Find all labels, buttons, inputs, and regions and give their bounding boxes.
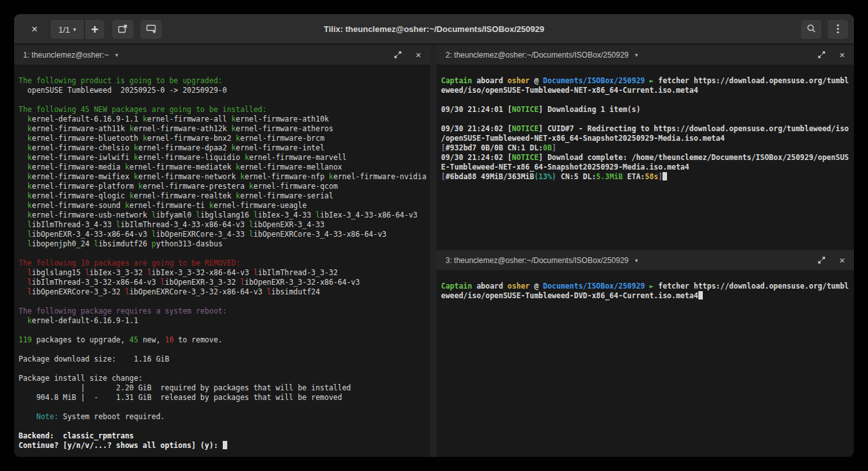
terminal-line: /openSUSE-Tumbleweed-NET-x86_64-Snapshot… xyxy=(441,134,854,143)
chevron-down-icon: ▾ xyxy=(73,26,76,33)
terminal-line xyxy=(19,95,430,105)
terminal-line xyxy=(19,326,430,335)
terminal-line xyxy=(19,297,430,307)
terminal-line: Continue? [y/n/v/...? shows all options]… xyxy=(19,441,430,451)
terminal-line: The following product is going to be upg… xyxy=(19,76,430,86)
terminal-line xyxy=(441,115,854,124)
text-cursor xyxy=(223,441,227,449)
terminal-line: Captain aboard osher @ Documents/ISOBox/… xyxy=(441,76,854,86)
terminal-line: libOpenEXR-3_4-33-x86-64-v3 libOpenEXRCo… xyxy=(19,230,430,239)
open-new-terminal-button[interactable] xyxy=(111,19,134,40)
pane-1-titlebar[interactable]: 1: theunclemez@osher:~ ▾ × xyxy=(14,45,430,65)
terminal-line: libglslang15 libIex-3_3-32 libIex-3_3-32… xyxy=(19,268,430,278)
terminal-line: Note: System reboot required. xyxy=(19,412,430,422)
pane-divider[interactable] xyxy=(430,45,437,457)
pane-2-titlebar[interactable]: 2: theunclemez@osher:~/Documents/ISOBox/… xyxy=(437,45,854,65)
terminal-line: 09/30 21:24:01 [NOTICE] Downloading 1 it… xyxy=(441,105,854,115)
terminal-line: 904.8 MiB | - 1.31 GiB released by packa… xyxy=(19,393,430,403)
terminal-line: E-Tumbleweed-NET-x86_64-Snapshot20250929… xyxy=(441,163,854,172)
pane-maximize-button[interactable] xyxy=(817,51,826,59)
pane-maximize-button[interactable] xyxy=(817,256,826,264)
terminal-line: 09/30 21:24:02 [NOTICE] Download complet… xyxy=(441,153,854,163)
search-icon xyxy=(807,24,816,35)
tilix-window: Tilix: theunclemez@osher:~/Documents/ISO… xyxy=(14,14,854,457)
terminal-output[interactable]: The following product is going to be upg… xyxy=(14,65,430,451)
terminal-line: libOpenEXRCore-3_3-32 libOpenEXRCore-3_3… xyxy=(19,287,430,297)
session-indicator-button[interactable]: 1/1 ▾ xyxy=(50,19,84,40)
pane-3-title: 3: theunclemez@osher:~/Documents/ISOBox/… xyxy=(446,256,629,265)
menu-button[interactable] xyxy=(827,19,849,40)
terminal-line xyxy=(19,403,430,412)
search-button[interactable] xyxy=(800,19,822,40)
terminal-output[interactable]: Captain aboard osher @ Documents/ISOBox/… xyxy=(437,271,854,301)
terminal-pane-3: 3: theunclemez@osher:~/Documents/ISOBox/… xyxy=(437,250,854,457)
terminal-line: libopenjph0_24 libsimdutf26 python313-da… xyxy=(19,239,430,249)
terminal-line xyxy=(19,345,430,355)
terminal-line xyxy=(441,95,854,105)
terminal-line xyxy=(19,422,430,431)
terminal-line: The following package requires a system … xyxy=(19,307,430,316)
terminal-line: kernel-firmware-bluetooth kernel-firmwar… xyxy=(19,134,430,143)
chevron-down-icon[interactable]: ▾ xyxy=(635,257,638,264)
add-terminal-down-button[interactable] xyxy=(140,19,163,40)
close-icon: × xyxy=(31,23,38,36)
terminal-line: [#932bd7 0B/0B CN:1 DL:0B] xyxy=(441,143,854,153)
terminal-line: kernel-firmware-chelsio kernel-firmware-… xyxy=(19,143,430,153)
terminal-line: kernel-firmware-media kernel-firmware-me… xyxy=(19,163,430,172)
terminal-line xyxy=(19,249,430,259)
window-titlebar: Tilix: theunclemez@osher:~/Documents/ISO… xyxy=(14,14,854,44)
terminal-pane-2: 2: theunclemez@osher:~/Documents/ISOBox/… xyxy=(437,45,854,250)
terminal-line: Backend: classic_rpmtrans xyxy=(19,431,430,441)
terminal-line: kernel-firmware-ath11k kernel-firmware-a… xyxy=(19,124,430,134)
terminal-line: libIlmThread-3_3-32-x86-64-v3 libOpenEXR… xyxy=(19,278,430,287)
workspace: 1: theunclemez@osher:~ ▾ × The following… xyxy=(14,45,854,457)
terminal-line: Package install size change: xyxy=(19,374,430,383)
terminal-pane-1: 1: theunclemez@osher:~ ▾ × The following… xyxy=(14,45,430,457)
pane-maximize-button[interactable] xyxy=(394,51,402,59)
terminal-line: libIlmThread-3_4-33 libIlmThread-3_4-33-… xyxy=(19,220,430,230)
terminal-line: kernel-firmware-sound kernel-firmware-ti… xyxy=(19,201,430,211)
plus-icon: + xyxy=(91,22,99,37)
terminal-line: The following 10 packages are going to b… xyxy=(19,259,430,268)
kebab-menu-icon xyxy=(837,24,839,36)
terminal-line: kernel-firmware-qlogic kernel-firmware-r… xyxy=(19,191,430,201)
terminal-line: kernel-firmware-usb-network libfyaml0 li… xyxy=(19,211,430,220)
terminal-line: [#6bda88 49MiB/363MiB(13%) CN:5 DL:5.3Mi… xyxy=(441,172,854,182)
terminal-line: kernel-firmware-iwlwifi kernel-firmware-… xyxy=(19,153,430,163)
terminal-line: 119 packages to upgrade, 45 new, 10 to r… xyxy=(19,335,430,345)
terminal-arrow-up-right-icon xyxy=(118,24,128,36)
terminal-line xyxy=(19,364,430,374)
terminal-line: Captain aboard osher @ Documents/ISOBox/… xyxy=(441,282,854,291)
terminal-line: kernel-firmware-platform kernel-firmware… xyxy=(19,182,430,191)
terminal-line: openSUSE Tumbleweed 20250925-0 -> 202509… xyxy=(19,86,430,95)
terminal-line: 09/30 21:24:02 [NOTICE] CUID#7 - Redirec… xyxy=(441,124,854,134)
session-indicator-label: 1/1 xyxy=(58,25,70,35)
terminal-line: eweed/iso/openSUSE-Tumbleweed-DVD-x86_64… xyxy=(441,291,854,301)
chevron-down-icon[interactable]: ▾ xyxy=(115,52,118,58)
pane-close-button[interactable]: × xyxy=(839,255,845,266)
terminal-plus-icon xyxy=(146,24,156,36)
terminal-output[interactable]: Captain aboard osher @ Documents/ISOBox/… xyxy=(437,65,854,182)
new-session-button[interactable]: + xyxy=(84,19,105,40)
terminal-line: kernel-firmware-mwifiex kernel-firmware-… xyxy=(19,172,430,182)
terminal-line: | 2.20 GiB required by packages that wil… xyxy=(19,383,430,393)
terminal-line: kernel-default-6.16.9-1.1 xyxy=(19,316,430,326)
terminal-line: The following 45 NEW packages are going … xyxy=(19,105,430,115)
terminal-line: Package download size: 1.16 GiB xyxy=(19,355,430,364)
pane-close-button[interactable]: × xyxy=(839,49,845,60)
terminal-line: eweed/iso/openSUSE-Tumbleweed-NET-x86_64… xyxy=(441,86,854,95)
pane-3-titlebar[interactable]: 3: theunclemez@osher:~/Documents/ISOBox/… xyxy=(437,250,854,271)
terminal-line: kernel-default-6.16.9-1.1 kernel-firmwar… xyxy=(19,115,430,124)
pane-close-button[interactable]: × xyxy=(415,49,421,60)
pane-1-title: 1: theunclemez@osher:~ xyxy=(23,51,109,60)
window-close-button[interactable]: × xyxy=(24,19,45,40)
chevron-down-icon[interactable]: ▾ xyxy=(635,52,638,58)
pane-2-title: 2: theunclemez@osher:~/Documents/ISOBox/… xyxy=(446,51,629,60)
text-cursor xyxy=(663,172,667,180)
text-cursor xyxy=(698,291,703,299)
